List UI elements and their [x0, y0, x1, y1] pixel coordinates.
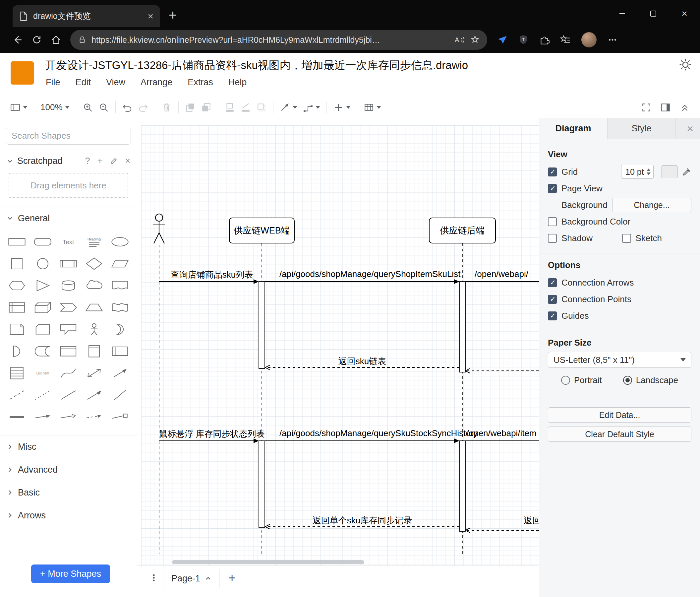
to-back-button[interactable] — [199, 99, 214, 115]
window-close-button[interactable]: × — [669, 0, 700, 27]
section-basic[interactable]: Basic — [0, 481, 137, 504]
grid-checkbox[interactable] — [548, 167, 557, 176]
scratchpad-close-icon[interactable]: × — [125, 156, 130, 166]
shape-dashed-line[interactable] — [4, 384, 30, 406]
shape-horizontal-container[interactable] — [107, 340, 133, 362]
shape-callout[interactable] — [56, 318, 81, 340]
view-panels-button[interactable] — [8, 99, 29, 115]
shape-card[interactable] — [30, 318, 56, 340]
search-input[interactable] — [11, 131, 123, 141]
connection-style-dropdown[interactable] — [278, 99, 299, 115]
read-aloud-icon[interactable]: A — [454, 35, 465, 45]
shape-internal-storage[interactable] — [4, 296, 30, 318]
tab-close-icon[interactable]: × — [148, 11, 153, 21]
shape-ellipse[interactable] — [107, 231, 133, 253]
waypoints-dropdown[interactable] — [301, 99, 322, 115]
scratchpad-header[interactable]: Scratchpad ? + × — [0, 156, 137, 166]
lock-icon[interactable] — [78, 35, 87, 44]
shape-circle[interactable] — [30, 253, 56, 274]
theme-toggle-sun-icon[interactable] — [679, 58, 692, 71]
undo-button[interactable] — [120, 99, 134, 115]
window-maximize-button[interactable] — [638, 0, 669, 27]
shape-cylinder[interactable] — [56, 274, 81, 296]
grid-size-input[interactable] — [625, 167, 646, 177]
message-label-query-sku-list[interactable]: 查询店铺商品sku列表 — [162, 269, 261, 281]
shape-parallelogram[interactable] — [107, 253, 133, 274]
zoom-in-button[interactable] — [80, 99, 95, 115]
change-background-button[interactable]: Change... — [612, 198, 691, 212]
shape-triangle[interactable] — [30, 274, 56, 296]
extension-shield-icon[interactable]: T — [518, 34, 528, 45]
return-label-single-sku-sync-record[interactable]: 返回单个sku库存同步记录 — [279, 515, 445, 526]
delete-button[interactable] — [159, 99, 174, 115]
shape-cloud[interactable] — [81, 274, 107, 296]
lifeline-box-supply-chain-backend[interactable]: 供应链后端 — [429, 218, 496, 243]
portrait-radio[interactable] — [561, 376, 570, 385]
tab-diagram[interactable]: Diagram — [539, 118, 607, 139]
message-label-open-webapi-item[interactable]: /open/webapi/item — [466, 428, 537, 438]
shape-process[interactable] — [56, 253, 81, 274]
section-general[interactable]: General — [0, 207, 137, 230]
refresh-icon[interactable] — [27, 30, 46, 49]
shape-rounded-rectangle[interactable] — [30, 231, 56, 253]
shape-hexagon[interactable] — [4, 274, 30, 296]
zoom-out-button[interactable] — [96, 99, 111, 115]
edit-data-button[interactable]: Edit Data... — [548, 407, 691, 423]
shape-bidirectional-arrow[interactable] — [81, 362, 107, 384]
paper-size-select[interactable]: US-Letter (8,5" x 11") — [548, 352, 691, 368]
to-front-button[interactable] — [183, 99, 198, 115]
clear-default-style-button[interactable]: Clear Default Style — [548, 427, 691, 442]
shape-rectangle[interactable] — [4, 231, 30, 253]
shape-list[interactable] — [4, 362, 30, 384]
pages-menu-icon[interactable] — [146, 569, 162, 587]
page-view-checkbox[interactable] — [548, 184, 557, 193]
more-shapes-button[interactable]: + More Shapes — [31, 565, 110, 583]
landscape-radio-option[interactable]: Landscape — [623, 375, 678, 385]
shape-diamond[interactable] — [81, 253, 107, 274]
grid-color-swatch[interactable] — [661, 166, 677, 178]
shape-cube[interactable] — [30, 296, 56, 318]
shadow-checkbox[interactable] — [548, 234, 557, 243]
landscape-radio[interactable] — [623, 376, 632, 385]
grid-size-stepper[interactable] — [647, 168, 651, 175]
scratchpad-help-icon[interactable]: ? — [85, 156, 90, 166]
section-arrows[interactable]: Arrows — [0, 504, 137, 527]
section-advanced[interactable]: Advanced — [0, 458, 137, 481]
shape-heading[interactable]: Heading — [81, 231, 107, 253]
collapse-toolbar-button[interactable] — [677, 99, 692, 115]
message-label-open-webapi[interactable]: /open/webapi/ — [466, 269, 537, 279]
tab-style[interactable]: Style — [607, 118, 676, 139]
browser-tab[interactable]: drawio文件预览 × — [12, 5, 160, 27]
message-label-api-query-sku-stock-sync-history[interactable]: /api/goods/shopManage/querySkuStockSyncH… — [279, 428, 445, 438]
message-label-hover-stock-sync[interactable]: 鼠标悬浮 库存同步状态列表 — [159, 428, 265, 440]
section-misc[interactable]: Misc — [0, 435, 137, 458]
browser-menu-icon[interactable] — [607, 34, 618, 45]
eyedropper-icon[interactable] — [682, 167, 691, 176]
shape-text[interactable]: Text — [56, 231, 81, 253]
line-color-button[interactable] — [238, 99, 253, 115]
shape-tape[interactable] — [107, 296, 133, 318]
connection-points-checkbox[interactable] — [548, 295, 557, 304]
lifeline-box-supply-chain-web[interactable]: 供应链WEB端 — [229, 218, 295, 243]
shape-document[interactable] — [107, 274, 133, 296]
redo-button[interactable] — [136, 99, 150, 115]
message-label-api-query-shop-item-sku-list[interactable]: /api/goods/shopManage/queryShopItemSkuLi… — [279, 269, 445, 279]
horizontal-scrollbar[interactable] — [172, 560, 364, 564]
shape-step[interactable] — [56, 296, 81, 318]
address-bar[interactable]: https://file.kkview.cn/onlinePreview?url… — [70, 30, 487, 50]
new-tab-button[interactable]: + — [169, 8, 177, 22]
menu-edit[interactable]: Edit — [76, 77, 91, 88]
guides-checkbox[interactable] — [548, 311, 557, 320]
sketch-checkbox[interactable] — [622, 234, 631, 243]
page-tab[interactable]: Page-1 — [163, 569, 220, 588]
favorite-star-icon[interactable] — [470, 35, 480, 45]
portrait-radio-option[interactable]: Portrait — [561, 375, 602, 385]
shape-arrow[interactable] — [107, 362, 133, 384]
format-panel-toggle-button[interactable] — [658, 99, 673, 115]
background-color-checkbox[interactable] — [548, 217, 557, 226]
menu-extras[interactable]: Extras — [188, 77, 213, 88]
favorites-hub-icon[interactable] — [560, 34, 571, 45]
shape-dashed-connector[interactable] — [81, 406, 107, 428]
shape-vertical-container[interactable] — [81, 340, 107, 362]
shape-link[interactable] — [30, 406, 56, 428]
